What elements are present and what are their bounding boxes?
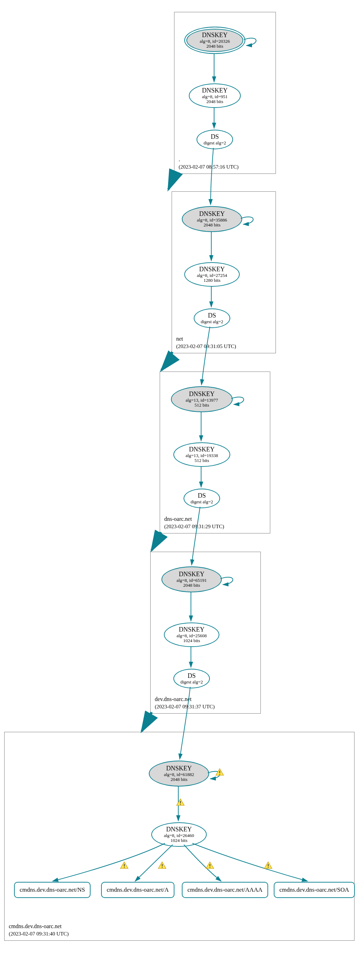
node-sub1: alg=8, id=25608 xyxy=(177,633,207,638)
zsk-node-cmdns: DNSKEY alg=8, id=26460 1024 bits xyxy=(151,822,207,847)
node-title: DS xyxy=(187,673,195,679)
node-sub1: alg=8, id=35886 xyxy=(197,218,227,223)
node-sub1: alg=13, id=19338 xyxy=(186,453,218,458)
node-sub1: digest alg=2 xyxy=(201,319,223,324)
node-sub2: 2048 bits xyxy=(206,44,223,49)
node-sub2: 512 bits xyxy=(195,403,209,407)
zsk-node-dev: DNSKEY alg=8, id=25608 1024 bits xyxy=(164,622,219,647)
record-soa: cmdns.dev.dns-oarc.net/SOA xyxy=(274,882,355,898)
ksk-node-root: DNSKEY alg=8, id=20326 2048 bits xyxy=(184,27,245,54)
node-sub2: 2048 bits xyxy=(171,777,187,782)
node-title: DNSKEY xyxy=(199,266,225,273)
zsk-node-net: DNSKEY alg=8, id=27254 1280 bits xyxy=(184,262,240,287)
zone-timestamp: (2023-02-07 09:31:29 UTC) xyxy=(164,523,224,529)
node-title: DNSKEY xyxy=(189,391,214,398)
node-sub2: 2048 bits xyxy=(183,583,200,588)
record-ns: cmdns.dev.dns-oarc.net/NS xyxy=(14,882,91,898)
record-label: cmdns.dev.dns-oarc.net/AAAA xyxy=(182,882,268,898)
node-sub1: alg=13, id=13977 xyxy=(186,398,218,403)
node-title: DNSKEY xyxy=(189,446,214,453)
ksk-node-dns-oarc: DNSKEY alg=13, id=13977 512 bits xyxy=(171,386,233,412)
node-sub1: digest alg=2 xyxy=(204,140,226,145)
node-title: DNSKEY xyxy=(166,826,192,833)
zone-timestamp: (2023-02-07 08:57:16 UTC) xyxy=(179,164,239,170)
zone-label: cmdns.dev.dns-oarc.net (2023-02-07 09:31… xyxy=(9,923,69,938)
ds-node-root: DS digest alg=2 xyxy=(197,130,233,149)
record-a: cmdns.dev.dns-oarc.net/A xyxy=(101,882,174,898)
zone-label: dev.dns-oarc.net (2023-02-07 09:31:37 UT… xyxy=(155,695,215,711)
record-label: cmdns.dev.dns-oarc.net/SOA xyxy=(274,882,355,898)
node-sub2: 1024 bits xyxy=(183,638,200,643)
node-sub1: digest alg=2 xyxy=(181,679,203,684)
ds-node-net: DS digest alg=2 xyxy=(194,309,230,328)
zone-name: dns-oarc.net xyxy=(164,516,192,522)
node-sub1: alg=8, id=65191 xyxy=(177,578,207,583)
zsk-node-root: DNSKEY alg=8, id=951 2048 bits xyxy=(189,83,241,108)
node-sub2: 2048 bits xyxy=(206,99,223,104)
zone-name: . xyxy=(179,156,180,162)
node-sub2: 1024 bits xyxy=(171,838,187,843)
node-sub2: 1280 bits xyxy=(204,278,221,283)
node-title: DNSKEY xyxy=(199,211,225,218)
zone-label: . (2023-02-07 08:57:16 UTC) xyxy=(179,156,239,171)
node-title: DS xyxy=(198,492,206,500)
node-sub1: alg=8, id=26460 xyxy=(164,833,194,838)
zsk-node-dns-oarc: DNSKEY alg=13, id=19338 512 bits xyxy=(173,442,230,467)
node-sub1: alg=8, id=951 xyxy=(202,94,227,99)
zone-name: cmdns.dev.dns-oarc.net xyxy=(9,923,61,929)
zone-name: dev.dns-oarc.net xyxy=(155,696,192,702)
record-label: cmdns.dev.dns-oarc.net/NS xyxy=(14,882,91,898)
node-sub1: alg=8, id=20326 xyxy=(200,39,230,44)
zone-timestamp: (2023-02-07 09:31:40 UTC) xyxy=(9,931,69,937)
zone-name: net xyxy=(176,336,183,342)
node-sub2: 512 bits xyxy=(195,458,209,463)
node-sub2: 2048 bits xyxy=(204,223,221,228)
node-title: DNSKEY xyxy=(179,626,204,633)
ksk-node-net: DNSKEY alg=8, id=35886 2048 bits xyxy=(182,206,242,232)
ksk-node-dev: DNSKEY alg=8, id=65191 2048 bits xyxy=(161,566,222,592)
zone-timestamp: (2023-02-07 09:31:05 UTC) xyxy=(176,344,236,349)
ds-node-dev: DS digest alg=2 xyxy=(173,669,210,688)
node-title: DS xyxy=(211,134,219,140)
node-title: DNSKEY xyxy=(202,32,227,39)
ksk-node-cmdns: DNSKEY alg=8, id=61882 2048 bits xyxy=(149,760,209,786)
zone-label: dns-oarc.net (2023-02-07 09:31:29 UTC) xyxy=(164,515,224,530)
node-title: DNSKEY xyxy=(166,765,192,772)
ds-node-dns-oarc: DS digest alg=2 xyxy=(184,488,220,508)
record-aaaa: cmdns.dev.dns-oarc.net/AAAA xyxy=(182,882,268,898)
zone-label: net (2023-02-07 09:31:05 UTC) xyxy=(176,335,236,350)
record-label: cmdns.dev.dns-oarc.net/A xyxy=(101,882,174,898)
node-title: DS xyxy=(208,312,216,319)
node-title: DNSKEY xyxy=(202,87,227,94)
node-sub1: alg=8, id=61882 xyxy=(164,772,194,777)
node-title: DNSKEY xyxy=(179,571,204,578)
zone-timestamp: (2023-02-07 09:31:37 UTC) xyxy=(155,704,215,710)
node-sub1: alg=8, id=27254 xyxy=(197,273,227,278)
node-sub1: digest alg=2 xyxy=(190,500,213,504)
